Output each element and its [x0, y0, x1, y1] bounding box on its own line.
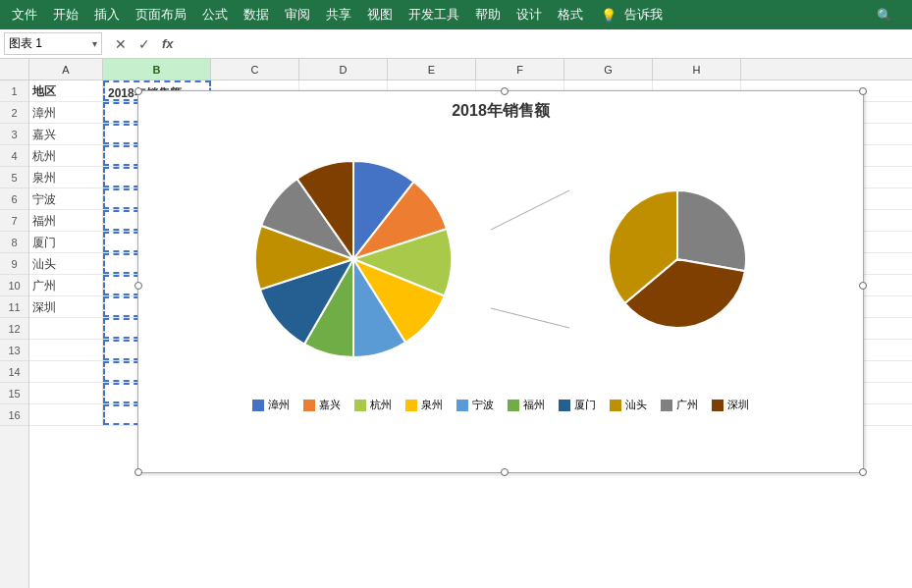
row-num-14: 14 — [0, 361, 28, 383]
col-header-b[interactable]: B — [103, 59, 211, 80]
row-num-6: 6 — [0, 188, 28, 210]
menu-share[interactable]: 共享 — [318, 2, 359, 27]
cell-a9[interactable]: 汕头 — [29, 253, 103, 274]
cell-a16[interactable] — [29, 404, 103, 425]
cell-a5[interactable]: 泉州 — [29, 167, 103, 187]
cell-a8[interactable]: 厦门 — [29, 232, 103, 252]
col-header-h[interactable]: H — [653, 59, 741, 80]
menu-tellme[interactable]: 告诉我 — [617, 2, 671, 27]
menu-developer[interactable]: 开发工具 — [401, 2, 467, 27]
legend-item-杭州: 杭州 — [354, 398, 392, 412]
legend-color-杭州 — [354, 400, 366, 411]
legend-color-福州 — [508, 400, 519, 411]
legend-label-深圳: 深圳 — [727, 398, 749, 412]
cell-a2[interactable]: 漳州 — [29, 102, 103, 123]
cell-a11[interactable]: 深圳 — [29, 296, 103, 317]
row-num-1: 1 — [0, 80, 28, 102]
formula-input[interactable] — [183, 34, 908, 53]
legend-label-漳州: 漳州 — [268, 398, 290, 412]
menu-view[interactable]: 视图 — [359, 2, 401, 27]
cells-area: 地区2018年销售额漳州嘉兴杭州泉州宁波福州厦门汕头广州深圳2018年销售额漳州… — [29, 80, 912, 588]
col-header-c[interactable]: C — [211, 59, 299, 80]
menu-start[interactable]: 开始 — [45, 2, 86, 27]
chart-body — [138, 127, 863, 392]
main-pie-chart — [245, 151, 461, 367]
cell-a12[interactable] — [29, 318, 103, 339]
menu-design[interactable]: 设计 — [509, 2, 550, 27]
cell-a3[interactable]: 嘉兴 — [29, 124, 103, 144]
sheet-container: A B C D E F G H 12345678910111213141516 … — [0, 59, 912, 588]
row-num-12: 12 — [0, 318, 28, 340]
resize-handle-6[interactable] — [501, 468, 509, 476]
menu-review[interactable]: 审阅 — [277, 2, 318, 27]
chart-overlay[interactable]: 2018年销售额漳州嘉兴杭州泉州宁波福州厦门汕头广州深圳 — [137, 90, 864, 473]
legend-label-广州: 广州 — [676, 398, 698, 412]
row-num-5: 5 — [0, 167, 28, 188]
row-number-corner — [0, 59, 29, 80]
legend-label-嘉兴: 嘉兴 — [319, 398, 341, 412]
confirm-formula-button[interactable]: ✓ — [135, 36, 153, 52]
exploded-slice-广州[interactable] — [677, 190, 746, 271]
cell-a14[interactable] — [29, 361, 103, 382]
chart-title: 2018年销售额 — [138, 91, 863, 127]
menu-help[interactable]: 帮助 — [467, 2, 509, 27]
row-num-10: 10 — [0, 275, 28, 296]
legend-color-深圳 — [712, 400, 724, 411]
resize-handle-1[interactable] — [501, 87, 509, 95]
cell-a4[interactable]: 杭州 — [29, 145, 103, 166]
legend-label-福州: 福州 — [523, 398, 545, 412]
legend-color-厦门 — [559, 400, 570, 411]
cell-a15[interactable] — [29, 383, 103, 403]
cell-a7[interactable]: 福州 — [29, 210, 103, 231]
legend-label-汕头: 汕头 — [625, 398, 647, 412]
menu-search[interactable] — [892, 11, 908, 19]
col-header-f[interactable]: F — [476, 59, 564, 80]
cell-a6[interactable]: 宁波 — [29, 188, 103, 209]
cell-a13[interactable] — [29, 340, 103, 360]
row-numbers: 12345678910111213141516 — [0, 80, 29, 588]
legend-item-深圳: 深圳 — [712, 398, 749, 412]
row-num-9: 9 — [0, 253, 28, 275]
col-header-a[interactable]: A — [29, 59, 103, 80]
menu-format[interactable]: 格式 — [550, 2, 591, 27]
col-header-e[interactable]: E — [388, 59, 476, 80]
resize-handle-3[interactable] — [134, 282, 142, 290]
resize-handle-0[interactable] — [134, 87, 142, 95]
row-num-16: 16 — [0, 404, 28, 426]
formula-bar: 图表 1 ▾ ✕ ✓ fx — [0, 29, 912, 59]
legend-label-泉州: 泉州 — [421, 398, 443, 412]
resize-handle-5[interactable] — [134, 468, 142, 476]
menu-file[interactable]: 文件 — [4, 2, 45, 27]
cell-a10[interactable]: 广州 — [29, 275, 103, 295]
row-num-2: 2 — [0, 102, 28, 124]
search-icon: 🔍 — [877, 8, 892, 23]
resize-handle-4[interactable] — [859, 282, 867, 290]
row-num-4: 4 — [0, 145, 28, 167]
resize-handle-7[interactable] — [859, 468, 867, 476]
menu-insert[interactable]: 插入 — [86, 2, 128, 27]
legend-item-福州: 福州 — [508, 398, 545, 412]
name-box-dropdown-icon[interactable]: ▾ — [92, 38, 97, 49]
cell-a1[interactable]: 地区 — [29, 80, 103, 101]
resize-handle-2[interactable] — [859, 87, 867, 95]
menu-formula[interactable]: 公式 — [194, 2, 236, 27]
legend-item-广州: 广州 — [661, 398, 698, 412]
row-num-15: 15 — [0, 383, 28, 404]
column-headers: A B C D E F G H — [0, 59, 912, 80]
col-header-d[interactable]: D — [299, 59, 388, 80]
row-num-8: 8 — [0, 232, 28, 253]
formula-buttons: ✕ ✓ fx — [112, 36, 177, 52]
menubar: 文件 开始 插入 页面布局 公式 数据 审阅 共享 视图 开发工具 帮助 设计 … — [0, 0, 912, 29]
legend-item-厦门: 厦门 — [559, 398, 596, 412]
connector-lines — [491, 151, 569, 367]
col-header-g[interactable]: G — [564, 59, 653, 80]
legend-color-汕头 — [610, 400, 621, 411]
name-box-value: 图表 1 — [9, 35, 92, 52]
legend-label-厦门: 厦门 — [574, 398, 596, 412]
insert-function-button[interactable]: fx — [159, 36, 177, 51]
cancel-formula-button[interactable]: ✕ — [112, 36, 130, 52]
menu-data[interactable]: 数据 — [236, 2, 277, 27]
name-box[interactable]: 图表 1 ▾ — [4, 32, 102, 55]
menu-pagelayout[interactable]: 页面布局 — [128, 2, 194, 27]
legend-item-宁波: 宁波 — [456, 398, 494, 412]
